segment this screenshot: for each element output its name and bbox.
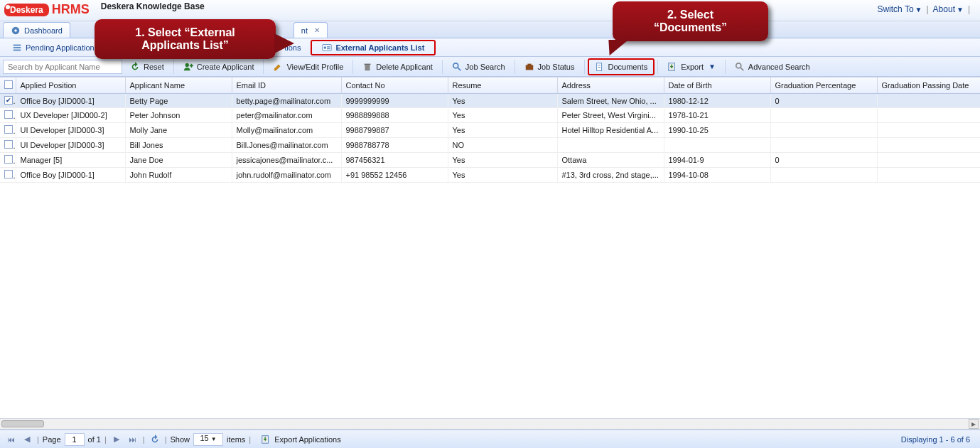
- table-row[interactable]: UX Developer [JID000-2]Peter Johnsonpete…: [0, 108, 980, 123]
- show-count-select[interactable]: 15 ▼: [193, 433, 223, 446]
- row-checkbox-cell[interactable]: [0, 153, 16, 168]
- create-applicant-button[interactable]: Create Applicant: [177, 59, 261, 75]
- separator: |: [143, 435, 145, 444]
- reset-label: Reset: [144, 63, 164, 71]
- export-applications-button[interactable]: Export Applications: [254, 432, 348, 447]
- applicants-table: Applied Position Applicant Name Email ID…: [0, 78, 980, 183]
- create-label: Create Applicant: [197, 63, 254, 71]
- row-checkbox-cell[interactable]: [0, 108, 16, 123]
- subtab-pending[interactable]: Pending Applications: [4, 40, 106, 55]
- job-status-button[interactable]: Job Status: [518, 59, 581, 75]
- checkbox-icon[interactable]: [4, 96, 13, 105]
- paging-bar: ⏮ ◀ | Page of 1 | ▶ ⏭ | | Show 15 ▼ item…: [0, 430, 980, 448]
- cell-resume: Yes: [448, 108, 557, 123]
- svg-point-1: [14, 29, 17, 32]
- page-first-button[interactable]: ⏮: [4, 433, 17, 446]
- callout-2-line2: “Documents”: [631, 21, 750, 34]
- callout-tail-icon: [274, 33, 294, 53]
- page-next-button[interactable]: ▶: [110, 433, 123, 446]
- checkbox-icon[interactable]: [4, 155, 13, 164]
- checkbox-icon[interactable]: [4, 125, 13, 134]
- table-row[interactable]: Office Boy [JID000-1]John Rudolfjohn.rud…: [0, 168, 980, 183]
- table-row[interactable]: Manager [5]Jane Doejessicajones@mailinat…: [0, 153, 980, 168]
- export-icon: [667, 62, 677, 72]
- separator: |: [968, 4, 970, 14]
- documents-button[interactable]: Documents: [588, 58, 655, 75]
- cell-address: #13, 3rd cross, 2nd stage,...: [557, 168, 664, 183]
- row-checkbox-cell[interactable]: [0, 94, 16, 108]
- row-checkbox-cell[interactable]: [0, 123, 16, 138]
- cell-position: Office Boy [JID000-1]: [16, 168, 125, 183]
- reset-button[interactable]: Reset: [124, 59, 171, 75]
- documents-label: Documents: [608, 63, 648, 71]
- col-applied-position[interactable]: Applied Position: [16, 78, 125, 94]
- horizontal-scrollbar[interactable]: ▸: [0, 418, 980, 430]
- tab-dashboard[interactable]: Dashboard: [3, 22, 70, 38]
- separator: |: [249, 435, 251, 444]
- cell-email: jessicajones@mailinator.c...: [232, 153, 341, 168]
- cell-address: Hotel Hilltop Residential A...: [557, 123, 664, 138]
- page-of: of 1: [88, 435, 101, 444]
- cell-grad-pct: [770, 168, 877, 183]
- cell-address: [557, 138, 664, 153]
- table-row[interactable]: UI Developer [JID000-3]Bill JonesBill.Jo…: [0, 138, 980, 153]
- job-search-button[interactable]: Job Search: [446, 59, 512, 75]
- cell-grad-pct: [770, 108, 877, 123]
- delete-applicant-button[interactable]: Delete Applicant: [356, 59, 439, 75]
- show-label: Show: [171, 435, 190, 444]
- view-edit-profile-button[interactable]: View/Edit Profile: [266, 59, 350, 75]
- col-grad-date[interactable]: Graduation Passing Date: [877, 78, 980, 94]
- checkbox-icon[interactable]: [4, 80, 13, 89]
- scrollbar-arrow-right[interactable]: ▸: [969, 419, 979, 429]
- cell-name: John Rudolf: [125, 168, 232, 183]
- separator: |: [926, 4, 928, 14]
- show-count-value: 15: [200, 434, 208, 442]
- jobsearch-label: Job Search: [465, 63, 505, 71]
- checkbox-icon[interactable]: [4, 170, 13, 178]
- search-input[interactable]: [3, 60, 122, 74]
- page-last-button[interactable]: ⏭: [126, 433, 139, 446]
- close-icon[interactable]: ✕: [314, 26, 320, 34]
- switch-to[interactable]: Switch To▼: [877, 4, 922, 14]
- cell-contact: 9988788778: [341, 138, 448, 153]
- callout-1-line2: Applicants List”: [113, 39, 257, 52]
- cell-name: Molly Jane: [125, 123, 232, 138]
- scrollbar-thumb[interactable]: [1, 420, 44, 427]
- about[interactable]: About▼: [933, 4, 964, 14]
- row-checkbox-cell[interactable]: [0, 138, 16, 153]
- svg-rect-3: [14, 47, 21, 48]
- table-row[interactable]: UI Developer [JID000-3]Molly JaneMolly@m…: [0, 123, 980, 138]
- cell-email: peter@mailinator.com: [232, 108, 341, 123]
- cell-contact: 9988899888: [341, 108, 448, 123]
- checkbox-icon[interactable]: [4, 110, 13, 119]
- row-checkbox-cell[interactable]: [0, 168, 16, 183]
- cell-grad-pct: 0: [770, 94, 877, 108]
- checkbox-icon[interactable]: [4, 140, 13, 149]
- page-input[interactable]: [65, 433, 85, 446]
- trash-icon: [362, 62, 372, 72]
- table-body: Office Boy [JID000-1]Betty Pagebetty.pag…: [0, 94, 980, 183]
- advanced-search-button[interactable]: Advanced Search: [728, 59, 817, 75]
- col-applicant-name[interactable]: Applicant Name: [125, 78, 232, 94]
- divider: [263, 60, 264, 74]
- page-prev-button[interactable]: ◀: [21, 433, 33, 446]
- col-contact[interactable]: Contact No: [341, 78, 448, 94]
- tab-applicant[interactable]: nt ✕: [294, 22, 328, 38]
- col-grad-pct[interactable]: Graduation Percentage: [770, 78, 877, 94]
- col-address[interactable]: Address: [557, 78, 664, 94]
- col-checkbox[interactable]: [0, 78, 16, 94]
- callout-step-1: 1. Select “External Applicants List”: [95, 19, 276, 59]
- table-row[interactable]: Office Boy [JID000-1]Betty Pagebetty.pag…: [0, 94, 980, 108]
- col-dob[interactable]: Date of Birth: [664, 78, 770, 94]
- cell-grad-pct: [770, 138, 877, 153]
- col-resume[interactable]: Resume: [448, 78, 557, 94]
- action-toolbar: Reset Create Applicant View/Edit Profile…: [0, 57, 980, 77]
- cell-position: UI Developer [JID000-3]: [16, 138, 125, 153]
- export-button[interactable]: Export▼: [661, 59, 722, 75]
- top-bar: Deskera HRMS Deskera Knowledge Base My P…: [0, 0, 980, 21]
- subtab-external-applicants[interactable]: External Applicants List: [311, 40, 436, 55]
- refresh-button[interactable]: [149, 433, 161, 446]
- divider: [442, 60, 443, 74]
- col-email[interactable]: Email ID: [232, 78, 341, 94]
- advanced-label: Advanced Search: [748, 63, 810, 71]
